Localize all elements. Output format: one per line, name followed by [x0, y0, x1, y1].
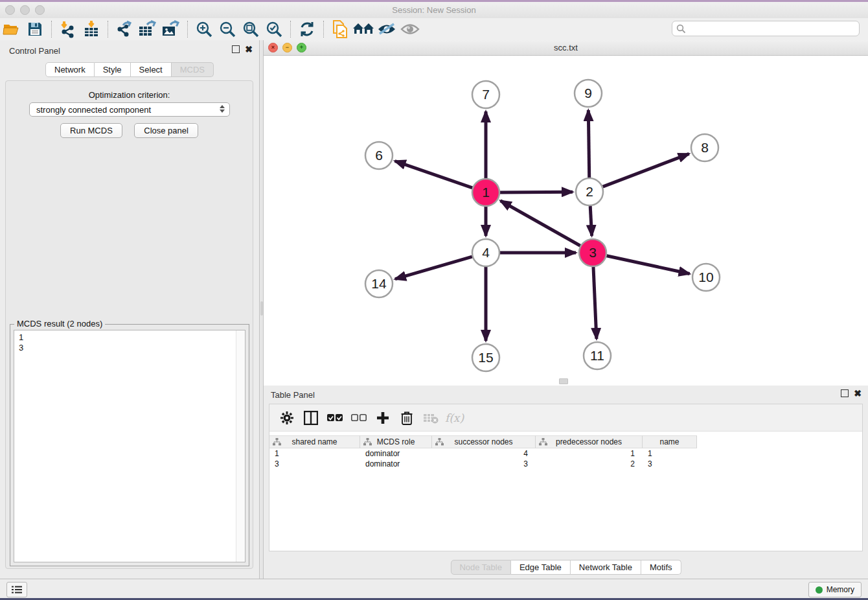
select-all-icon[interactable]	[323, 408, 347, 428]
tab-network-table[interactable]: Network Table	[571, 560, 641, 575]
add-column-icon[interactable]	[371, 408, 394, 428]
node-table-container: f(x) shared nameMCDS rolesuccessor nodes…	[269, 404, 863, 551]
tab-node-table[interactable]: Node Table	[450, 560, 511, 575]
table-row[interactable]: 3dominator323	[269, 459, 862, 469]
tab-network[interactable]: Network	[45, 62, 95, 77]
close-table-panel-icon[interactable]: ✖	[854, 390, 862, 397]
cell-name[interactable]: 1	[643, 449, 697, 458]
list-icon	[12, 586, 22, 594]
column-header-name[interactable]: name	[643, 435, 697, 448]
table-panel-title: Table Panel	[271, 390, 315, 400]
memory-button[interactable]: Memory	[808, 582, 862, 597]
zoom-selected-icon[interactable]	[262, 19, 286, 40]
deselect-all-icon[interactable]	[347, 408, 371, 428]
app-titlebar: Session: New Session	[0, 2, 868, 19]
splitter-handle[interactable]	[260, 301, 263, 316]
houses-icon[interactable]	[352, 19, 375, 40]
tab-edge-table[interactable]: Edge Table	[511, 560, 571, 575]
horizontal-splitter-handle[interactable]	[559, 378, 568, 384]
graph-edge-2-8[interactable]	[603, 154, 689, 187]
graph-node-label-1: 1	[482, 185, 490, 200]
graph-node-label-7: 7	[482, 87, 490, 102]
copy-network-documents-icon[interactable]	[328, 19, 352, 40]
gear-icon[interactable]	[275, 408, 299, 428]
cell-successor-nodes[interactable]: 3	[432, 459, 536, 468]
eye-icon[interactable]	[398, 19, 422, 40]
status-bar: Memory	[0, 579, 868, 599]
vertical-splitter[interactable]	[259, 40, 264, 579]
zoom-in-icon[interactable]	[192, 19, 216, 40]
graph-node-label-10: 10	[698, 270, 713, 284]
cell-MCDS-role[interactable]: dominator	[360, 449, 432, 458]
graph-edge-3-1[interactable]	[501, 201, 580, 246]
table-rows: 1dominator4113dominator323	[269, 448, 862, 469]
graph-node-label-14: 14	[371, 276, 387, 291]
save-icon[interactable]	[23, 19, 47, 40]
graph-node-label-2: 2	[586, 184, 593, 199]
eye-slash-icon[interactable]	[375, 19, 398, 40]
zoom-fit-icon[interactable]	[239, 19, 262, 40]
graph-edge-4-14[interactable]	[395, 257, 472, 279]
graph-node-label-3: 3	[589, 245, 597, 260]
float-panel-icon[interactable]	[232, 45, 240, 53]
graph-edge-2-3[interactable]	[590, 206, 591, 236]
result-scrollbar[interactable]	[236, 330, 245, 562]
column-header-shared-name[interactable]: shared name	[269, 435, 360, 448]
tab-select[interactable]: Select	[131, 62, 172, 77]
cell-successor-nodes[interactable]: 4	[432, 449, 536, 458]
optimization-criterion-dropdown[interactable]: strongly connected component	[29, 102, 230, 117]
tab-mcds[interactable]: MCDS	[172, 62, 214, 77]
column-header-successor-nodes[interactable]: successor nodes	[432, 435, 536, 448]
graph-edge-2-9[interactable]	[588, 110, 589, 178]
function-builder-icon: f(x)	[442, 408, 466, 428]
zoom-out-icon[interactable]	[216, 19, 239, 40]
export-network-icon[interactable]	[113, 19, 136, 40]
memory-status-icon	[816, 586, 823, 594]
open-folder-icon[interactable]	[0, 19, 23, 40]
table-toolbar: f(x)	[269, 404, 862, 432]
graph-edge-1-6[interactable]	[395, 161, 473, 188]
search-field[interactable]	[686, 22, 859, 35]
tab-style[interactable]: Style	[95, 62, 131, 77]
toolbar-separator	[187, 21, 188, 38]
refresh-icon[interactable]	[295, 19, 319, 40]
graph-edge-1-2[interactable]	[500, 192, 573, 192]
network-window-title: scc.txt	[264, 43, 868, 52]
graph-edge-3-11[interactable]	[593, 267, 597, 339]
cell-predecessor-nodes[interactable]: 1	[536, 449, 643, 458]
toolbar-separator	[51, 21, 52, 38]
close-panel-button[interactable]: Close panel	[134, 123, 198, 138]
cell-shared-name[interactable]: 3	[269, 459, 360, 468]
export-table-icon[interactable]	[136, 19, 159, 40]
network-graph[interactable]: 7968124314101511	[264, 56, 868, 386]
cell-name[interactable]: 3	[643, 459, 697, 468]
graph-node-label-6: 6	[375, 148, 383, 163]
graph-node-label-9: 9	[584, 86, 592, 100]
graph-edge-3-10[interactable]	[607, 256, 690, 274]
cell-predecessor-nodes[interactable]: 2	[536, 459, 643, 468]
search-input[interactable]	[672, 21, 860, 36]
network-canvas[interactable]: 7968124314101511	[264, 56, 868, 386]
mcds-panel: Optimization criterion: strongly connect…	[5, 80, 253, 569]
export-image-icon[interactable]	[159, 19, 183, 40]
mcds-result-text: 1 3	[14, 330, 236, 562]
cell-MCDS-role[interactable]: dominator	[360, 459, 432, 468]
tab-motifs[interactable]: Motifs	[641, 560, 681, 575]
import-network-icon[interactable]	[56, 19, 80, 40]
float-table-panel-icon[interactable]	[841, 389, 849, 397]
show-columns-icon[interactable]	[299, 408, 323, 428]
import-table-icon[interactable]	[80, 19, 103, 40]
close-panel-icon[interactable]: ✖	[245, 46, 253, 52]
table-row[interactable]: 1dominator411	[269, 448, 862, 459]
optimization-criterion-label: Optimization criterion:	[6, 90, 253, 100]
column-header-predecessor-nodes[interactable]: predecessor nodes	[536, 435, 643, 448]
cell-shared-name[interactable]: 1	[269, 449, 360, 458]
column-header-MCDS-role[interactable]: MCDS role	[360, 435, 432, 448]
delete-table-icon	[418, 408, 442, 428]
network-window-titlebar[interactable]: × − + scc.txt	[264, 40, 868, 56]
trash-icon[interactable]	[394, 408, 418, 428]
graph-node-label-8: 8	[701, 140, 709, 155]
mcds-result-area[interactable]: 1 3	[14, 330, 246, 562]
task-history-button[interactable]	[6, 582, 27, 597]
run-mcds-button[interactable]: Run MCDS	[60, 123, 122, 138]
